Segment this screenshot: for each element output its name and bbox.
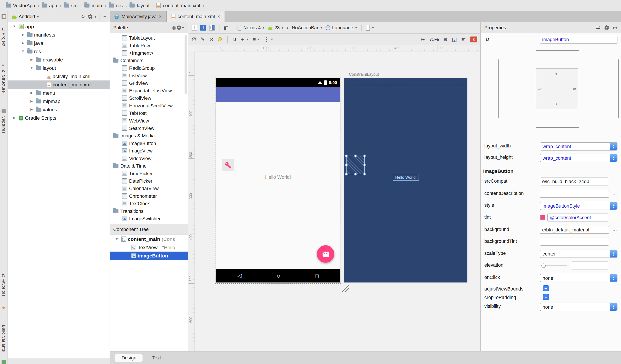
resize-handle-w[interactable] xyxy=(345,163,348,166)
palette-category[interactable]: Transitions xyxy=(110,207,188,215)
toolwindow-structure-button[interactable]: Z: Structure xyxy=(1,70,6,93)
palette-item[interactable]: <fragment> xyxy=(110,49,188,57)
expander-expanded-icon[interactable]: ▼ xyxy=(29,66,34,69)
gear-icon[interactable] xyxy=(88,14,93,19)
breadcrumb-item-project[interactable]: VectorApp xyxy=(5,3,36,8)
expander-collapsed-icon[interactable]: ▶ xyxy=(20,41,26,45)
resize-handle-ne[interactable] xyxy=(363,155,366,157)
zoom-in-icon[interactable]: ⊕ xyxy=(443,36,448,42)
backgroundtint-field[interactable] xyxy=(540,238,609,246)
browse-icon[interactable]: … xyxy=(612,214,618,219)
palette-item[interactable]: TabHost xyxy=(110,109,188,117)
textview-hello-world[interactable]: Hello World! xyxy=(216,174,340,180)
snap-settings[interactable]: ⊞▾ xyxy=(240,36,248,42)
palette-item[interactable]: ListView xyxy=(110,72,188,79)
orientation-selector[interactable]: ▾ xyxy=(366,25,374,30)
component-tree-row-root[interactable]: ▼ content_main (Cons xyxy=(110,235,188,243)
component-tree-row-textview[interactable]: TextView - "Hello xyxy=(110,243,188,252)
stepper-icon[interactable] xyxy=(610,143,617,150)
browse-icon[interactable]: … xyxy=(612,178,618,183)
align-menu[interactable]: ≡▾ xyxy=(253,36,259,42)
gear-icon[interactable] xyxy=(176,25,182,30)
pack-menu[interactable]: ⋮▾ xyxy=(264,36,273,42)
breadcrumb-item-layout[interactable]: layout xyxy=(129,3,151,8)
adjustviewbounds-checkbox[interactable] xyxy=(543,285,549,291)
canvas-resize-handle[interactable] xyxy=(341,284,349,292)
close-icon[interactable]: × xyxy=(159,14,162,19)
blueprint-surface-icon[interactable] xyxy=(200,25,206,30)
tree-row-app[interactable]: ▼ app xyxy=(8,22,110,30)
palette-item[interactable]: CalendarView xyxy=(110,185,188,192)
palette-item[interactable]: ExpandableListView xyxy=(110,87,188,94)
expander-collapsed-icon[interactable]: ▶ xyxy=(12,116,17,120)
tab-design[interactable]: Design xyxy=(115,354,143,362)
structure-icon[interactable]: ≡ xyxy=(1,63,4,67)
zoom-out-icon[interactable]: ⊖ xyxy=(421,36,425,42)
tree-row-java[interactable]: ▶ java xyxy=(8,39,110,47)
resize-handle-se[interactable] xyxy=(363,173,366,176)
palette-item[interactable]: ImageButton xyxy=(110,139,188,147)
palette-item[interactable]: TableLayout xyxy=(110,34,188,42)
close-icon[interactable]: × xyxy=(217,14,220,19)
expander-expanded-icon[interactable]: ▼ xyxy=(12,24,17,28)
device-selector[interactable]: Nexus 4 ▾ xyxy=(238,25,264,31)
breadcrumb-item-src[interactable]: src xyxy=(63,3,79,8)
toolwindow-captures-button[interactable]: Captures xyxy=(1,116,6,134)
palette-category[interactable]: Date & Time xyxy=(110,162,188,170)
selected-imagebutton-widget[interactable] xyxy=(346,156,365,174)
resize-handle-s[interactable] xyxy=(354,173,357,176)
tree-row-content-main[interactable]: content_main.xml xyxy=(8,81,110,89)
autoconnect-off-icon[interactable]: ∅ xyxy=(192,36,196,42)
wrap-content-left-icon[interactable]: ››› xyxy=(538,86,541,91)
tint-color-swatch[interactable] xyxy=(540,215,546,220)
srccompat-field[interactable]: e/ic_build_black_24dp xyxy=(540,177,609,185)
design-surface-icon[interactable] xyxy=(192,25,197,30)
resize-handle-e[interactable] xyxy=(363,163,366,166)
swap-view-icon[interactable]: ⇄ xyxy=(596,24,600,30)
expander-collapsed-icon[interactable]: ▶ xyxy=(29,58,34,61)
expander-expanded-icon[interactable]: ▼ xyxy=(20,50,26,53)
background-field[interactable]: e/btn_default_material xyxy=(540,226,609,234)
layout-width-combo[interactable]: wrap_content xyxy=(540,142,618,151)
elevation-field[interactable] xyxy=(571,261,609,269)
expander-collapsed-icon[interactable]: ▶ xyxy=(20,33,26,36)
wrap-content-top-icon[interactable]: ›› xyxy=(554,73,559,75)
wrap-content-bottom-icon[interactable]: ‹‹ xyxy=(554,102,559,104)
palette-item[interactable]: VideoView xyxy=(110,155,188,162)
resize-handle-sw[interactable] xyxy=(345,173,348,176)
style-combo[interactable]: imageButtonStyle xyxy=(540,202,618,210)
default-margin-value[interactable]: 8 xyxy=(233,36,236,42)
palette-item[interactable]: RadioGroup xyxy=(110,64,188,71)
clear-constraints-icon[interactable]: ⊘ xyxy=(209,36,214,42)
breadcrumb-item-app[interactable]: app xyxy=(41,3,58,8)
design-preview[interactable]: 6:00 Hello World! ◁ ○ □ xyxy=(216,78,340,283)
onclick-combo[interactable]: none xyxy=(540,274,618,282)
expander-expanded-icon[interactable]: ▼ xyxy=(114,237,120,241)
palette-item[interactable]: Chronometer xyxy=(110,192,188,200)
id-field[interactable]: imageButton xyxy=(540,36,618,44)
tree-row-values[interactable]: ▶ values xyxy=(8,105,110,114)
star-icon[interactable]: ★ xyxy=(1,305,6,311)
scaletype-combo[interactable]: center xyxy=(540,250,618,258)
inspector-left-anchor-line[interactable] xyxy=(498,59,499,118)
resize-handle-nw[interactable] xyxy=(345,155,348,157)
palette-category[interactable]: Images & Media xyxy=(110,132,188,139)
visibility-combo[interactable]: none xyxy=(540,303,618,311)
fab-email-button[interactable] xyxy=(317,245,334,263)
stepper-icon[interactable] xyxy=(610,202,617,209)
tool-window-icon[interactable] xyxy=(1,14,6,18)
tab-mainactivity[interactable]: C MainActivity.java × xyxy=(110,11,167,22)
breadcrumb-item-res[interactable]: res xyxy=(108,3,124,8)
croptopadding-checkbox[interactable] xyxy=(543,294,549,300)
locale-selector[interactable]: Language ▾ xyxy=(325,25,357,30)
expander-collapsed-icon[interactable]: ▶ xyxy=(29,100,34,103)
stepper-icon[interactable] xyxy=(610,274,617,281)
tree-row-layout[interactable]: ▼ layout xyxy=(8,64,110,72)
captures-icon[interactable] xyxy=(1,109,6,113)
tree-row-res[interactable]: ▼ res xyxy=(8,47,110,55)
hide-panel-icon[interactable]: − xyxy=(102,14,107,19)
layout-height-combo[interactable]: wrap_content xyxy=(540,154,618,162)
palette-item[interactable]: GridView xyxy=(110,79,188,87)
palette-item[interactable]: DatePicker xyxy=(110,177,188,185)
tab-text[interactable]: Text xyxy=(145,354,168,362)
